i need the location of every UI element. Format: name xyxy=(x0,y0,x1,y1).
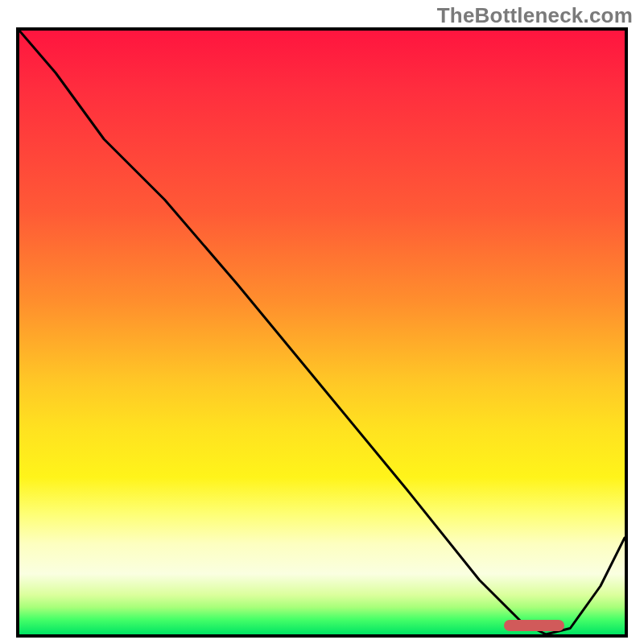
plot-area xyxy=(16,27,628,638)
watermark-text: TheBottleneck.com xyxy=(437,3,633,28)
bottleneck-curve xyxy=(19,31,625,634)
chart-root: TheBottleneck.com xyxy=(0,0,644,644)
optimal-range-marker xyxy=(504,620,564,631)
